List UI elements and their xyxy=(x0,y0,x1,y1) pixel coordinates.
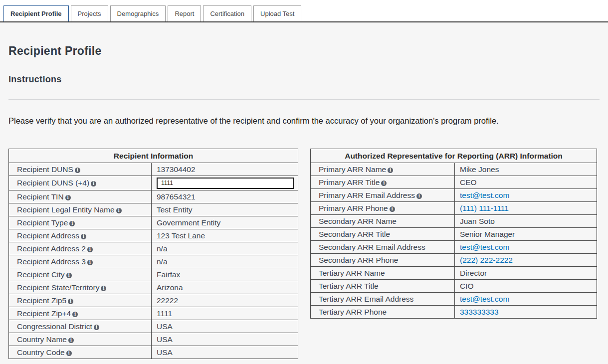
row-label: Primary ARR Phonei xyxy=(311,202,455,215)
info-icon[interactable]: i xyxy=(75,168,80,173)
info-icon[interactable]: i xyxy=(69,221,75,226)
value-link[interactable]: test@test.com xyxy=(460,191,509,199)
arr-table-header: Authorized Representative for Reporting … xyxy=(311,149,597,163)
row-value: 987654321 xyxy=(152,190,298,203)
table-row: Secondary ARR TitleSenior Manager xyxy=(311,228,597,241)
row-value: USA xyxy=(152,333,298,346)
info-icon[interactable]: i xyxy=(94,325,99,330)
info-icon[interactable]: i xyxy=(87,260,93,265)
page-title: Recipient Profile xyxy=(8,44,600,58)
row-value: n/a xyxy=(152,255,298,268)
row-label-text: Recipient Address 2 xyxy=(17,244,86,253)
tab-certification[interactable]: Certification xyxy=(203,5,251,21)
row-label-text: Recipient City xyxy=(17,270,65,279)
section-title: Instructions xyxy=(8,74,600,85)
row-label: Tertiary ARR Phone xyxy=(311,306,455,319)
info-icon[interactable]: i xyxy=(101,286,106,291)
table-row: Primary ARR NameiMike Jones xyxy=(311,163,597,176)
recipient-duns4-input[interactable] xyxy=(157,178,294,189)
info-icon[interactable]: i xyxy=(381,181,387,186)
row-value: Fairfax xyxy=(152,268,298,281)
row-label-text: Secondary ARR Email Address xyxy=(319,243,425,251)
row-label: Recipient Address 3i xyxy=(9,255,152,268)
tab-demographics[interactable]: Demographics xyxy=(110,5,166,21)
row-value: Senior Manager xyxy=(455,228,597,241)
info-icon[interactable]: i xyxy=(416,193,422,199)
row-label: Recipient Typei xyxy=(9,216,152,229)
info-icon[interactable]: i xyxy=(66,351,72,356)
table-header-row: Authorized Representative for Reporting … xyxy=(311,149,597,163)
info-icon[interactable]: i xyxy=(116,208,122,213)
value-link[interactable]: (111) 111-1111 xyxy=(460,204,509,212)
table-header-row: Recipient Information xyxy=(9,149,298,163)
row-value: USA xyxy=(152,346,298,359)
tab-recipient-profile[interactable]: Recipient Profile xyxy=(3,5,69,21)
info-icon[interactable]: i xyxy=(72,312,78,317)
info-icon[interactable]: i xyxy=(91,181,96,186)
table-row: Tertiary ARR TitleCIO xyxy=(311,280,597,293)
row-value: Juan Soto xyxy=(455,215,597,228)
row-label: Country Namei xyxy=(9,333,152,346)
row-label-text: Congressional District xyxy=(17,322,92,331)
table-row: Secondary ARR NameJuan Soto xyxy=(311,215,597,228)
row-label: Secondary ARR Phone xyxy=(311,254,455,267)
info-icon[interactable]: i xyxy=(388,168,393,173)
info-icon[interactable]: i xyxy=(390,206,395,212)
info-icon[interactable]: i xyxy=(65,195,71,200)
table-row: Recipient Address 3in/a xyxy=(9,255,298,268)
row-label: Tertiary ARR Title xyxy=(311,280,455,293)
recipient-information-table: Recipient Information Recipient DUNSi137… xyxy=(8,149,298,359)
row-label: Country Codei xyxy=(9,346,152,359)
row-label: Recipient DUNS (+4)i xyxy=(9,176,152,190)
table-row: Recipient TINi987654321 xyxy=(9,190,298,203)
row-value: 22222 xyxy=(152,294,298,307)
row-label: Recipient Address 2i xyxy=(9,242,152,255)
row-label: Tertiary ARR Name xyxy=(311,267,455,280)
row-value: test@test.com xyxy=(455,241,597,254)
value-link[interactable]: 333333333 xyxy=(460,308,499,316)
row-label-text: Recipient DUNS (+4) xyxy=(17,179,89,187)
value-link[interactable]: test@test.com xyxy=(460,295,509,303)
row-label: Recipient Addressi xyxy=(9,229,152,242)
recipient-table-header: Recipient Information xyxy=(9,149,298,163)
info-icon[interactable]: i xyxy=(68,299,73,304)
info-icon[interactable]: i xyxy=(68,338,74,343)
row-label-text: Recipient Address 3 xyxy=(17,257,86,266)
row-label-text: Recipient Legal Entity Name xyxy=(17,205,115,214)
row-label: Recipient TINi xyxy=(9,190,152,203)
row-label-text: Primary ARR Email Address xyxy=(319,191,415,199)
info-icon[interactable]: i xyxy=(66,273,72,278)
tables-container: Recipient Information Recipient DUNSi137… xyxy=(8,149,600,359)
row-label: Recipient State/Territoryi xyxy=(9,281,152,294)
info-icon[interactable]: i xyxy=(81,234,86,239)
row-label-text: Primary ARR Name xyxy=(319,165,386,174)
tab-report[interactable]: Report xyxy=(168,5,201,21)
table-row: Recipient Zip+4i1111 xyxy=(9,307,298,320)
table-row: Recipient Legal Entity NameiTest Entity xyxy=(9,203,298,216)
tab-upload-test[interactable]: Upload Test xyxy=(253,5,301,21)
value-link[interactable]: test@test.com xyxy=(460,243,509,251)
row-value: Test Entity xyxy=(152,203,298,216)
row-label-text: Recipient TIN xyxy=(17,192,64,201)
row-label-text: Tertiary ARR Email Address xyxy=(319,295,413,303)
table-row: Tertiary ARR Email Addresstest@test.com xyxy=(311,293,597,306)
table-row: Tertiary ARR Phone333333333 xyxy=(311,306,597,319)
row-label-text: Primary ARR Phone xyxy=(319,204,388,212)
row-value xyxy=(152,176,298,190)
row-value: 123 Test Lane xyxy=(152,229,298,242)
row-label: Recipient Legal Entity Namei xyxy=(9,203,152,216)
row-label-text: Secondary ARR Name xyxy=(319,217,397,225)
row-value: (222) 222-2222 xyxy=(455,254,597,267)
value-link[interactable]: (222) 222-2222 xyxy=(460,256,513,264)
row-value: test@test.com xyxy=(455,189,597,202)
row-value: 1111 xyxy=(152,307,298,320)
row-label-text: Recipient Zip+4 xyxy=(17,309,71,318)
row-label: Recipient Zip5i xyxy=(9,294,152,307)
row-value: Government Entity xyxy=(152,216,298,229)
row-label: Primary ARR Titlei xyxy=(311,176,455,189)
row-label-text: Tertiary ARR Title xyxy=(319,282,379,290)
tab-projects[interactable]: Projects xyxy=(71,5,108,21)
row-value: 333333333 xyxy=(455,306,597,319)
info-icon[interactable]: i xyxy=(87,247,93,252)
table-row: Recipient Addressi123 Test Lane xyxy=(9,229,298,242)
